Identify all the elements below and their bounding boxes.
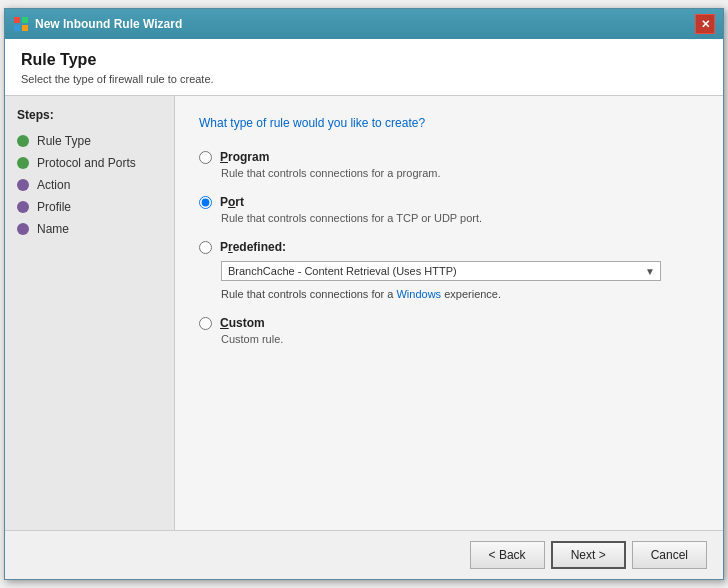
predefined-select[interactable]: BranchCache - Content Retrieval (Uses HT…	[221, 261, 661, 281]
sidebar-item-protocol-ports[interactable]: Protocol and Ports	[5, 152, 174, 174]
svg-rect-3	[22, 25, 28, 31]
label-port[interactable]: Port	[220, 195, 244, 209]
label-program[interactable]: Program	[220, 150, 269, 164]
close-button[interactable]: ✕	[695, 14, 715, 34]
desc-program: Rule that controls connections for a pro…	[221, 167, 699, 179]
page-subtitle: Select the type of firewall rule to crea…	[21, 73, 707, 85]
label-predefined[interactable]: Predefined:	[220, 240, 286, 254]
footer: < Back Next > Cancel	[5, 530, 723, 579]
step-dot-rule-type	[17, 135, 29, 147]
main-body: Steps: Rule Type Protocol and Ports Acti…	[5, 96, 723, 530]
svg-rect-0	[14, 17, 20, 23]
sidebar-item-action[interactable]: Action	[5, 174, 174, 196]
predefined-row: BranchCache - Content Retrieval (Uses HT…	[221, 261, 699, 281]
svg-rect-1	[22, 17, 28, 23]
window-title: New Inbound Rule Wizard	[35, 17, 182, 31]
step-dot-action	[17, 179, 29, 191]
right-panel: What type of rule would you like to crea…	[175, 96, 723, 530]
label-custom[interactable]: Custom	[220, 316, 265, 330]
option-port: Port Rule that controls connections for …	[199, 195, 699, 224]
step-dot-name	[17, 223, 29, 235]
cancel-button[interactable]: Cancel	[632, 541, 707, 569]
option-custom: Custom Custom rule.	[199, 316, 699, 345]
radio-program[interactable]	[199, 151, 212, 164]
step-dot-profile	[17, 201, 29, 213]
sidebar-item-name[interactable]: Name	[5, 218, 174, 240]
back-button[interactable]: < Back	[470, 541, 545, 569]
title-bar-controls: ✕	[695, 14, 715, 34]
desc-custom: Custom rule.	[221, 333, 699, 345]
svg-rect-2	[14, 25, 20, 31]
next-button[interactable]: Next >	[551, 541, 626, 569]
option-group: Program Rule that controls connections f…	[199, 150, 699, 345]
question-text: What type of rule would you like to crea…	[199, 116, 699, 130]
sidebar-item-label-profile: Profile	[37, 200, 71, 214]
sidebar-item-label-action: Action	[37, 178, 70, 192]
steps-label: Steps:	[5, 108, 174, 130]
predefined-note: Rule that controls connections for a Win…	[221, 288, 699, 300]
app-icon	[13, 16, 29, 32]
desc-port: Rule that controls connections for a TCP…	[221, 212, 699, 224]
sidebar-item-rule-type[interactable]: Rule Type	[5, 130, 174, 152]
option-program: Program Rule that controls connections f…	[199, 150, 699, 179]
option-predefined: Predefined: BranchCache - Content Retrie…	[199, 240, 699, 300]
radio-custom[interactable]	[199, 317, 212, 330]
sidebar-item-label-rule-type: Rule Type	[37, 134, 91, 148]
step-dot-protocol-ports	[17, 157, 29, 169]
sidebar-item-label-name: Name	[37, 222, 69, 236]
windows-link[interactable]: Windows	[396, 288, 441, 300]
content-area: Rule Type Select the type of firewall ru…	[5, 39, 723, 579]
sidebar-item-profile[interactable]: Profile	[5, 196, 174, 218]
sidebar-item-label-protocol-ports: Protocol and Ports	[37, 156, 136, 170]
title-bar: New Inbound Rule Wizard ✕	[5, 9, 723, 39]
sidebar: Steps: Rule Type Protocol and Ports Acti…	[5, 96, 175, 530]
page-header: Rule Type Select the type of firewall ru…	[5, 39, 723, 96]
page-title: Rule Type	[21, 51, 707, 69]
radio-predefined[interactable]	[199, 241, 212, 254]
radio-port[interactable]	[199, 196, 212, 209]
wizard-window: New Inbound Rule Wizard ✕ Rule Type Sele…	[4, 8, 724, 580]
